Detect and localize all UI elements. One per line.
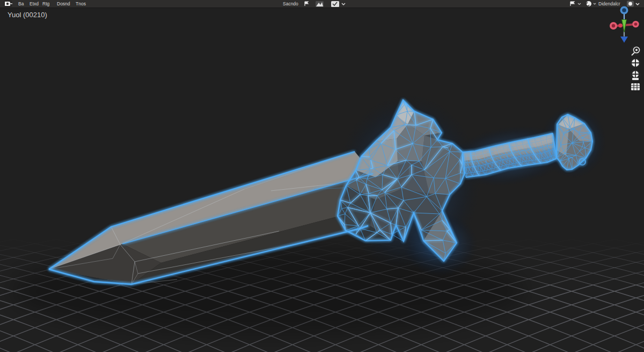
svg-text:Yuol (00210): Yuol (00210)	[8, 11, 47, 19]
svg-text:Ba: Ba	[18, 1, 24, 6]
svg-text:Sacndo: Sacndo	[283, 1, 298, 6]
svg-text:Tnos: Tnos	[76, 1, 86, 6]
svg-text:Didendalcr: Didendalcr	[598, 1, 620, 6]
svg-text:Rtg: Rtg	[42, 1, 50, 6]
svg-text:Dosnd: Dosnd	[57, 1, 70, 6]
svg-text:Etxd: Etxd	[30, 1, 39, 6]
